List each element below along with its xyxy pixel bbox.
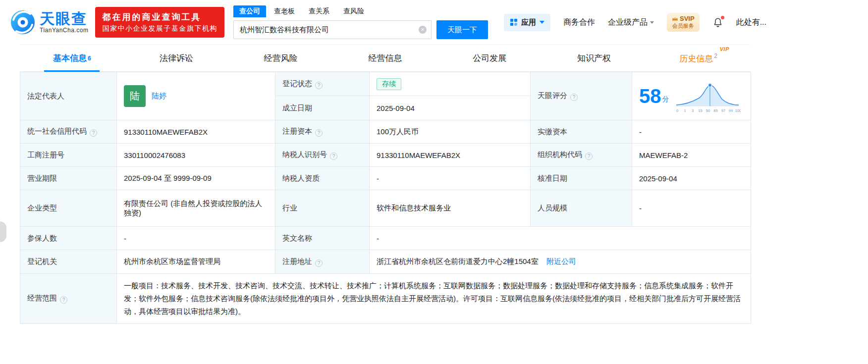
search-input[interactable]: [233, 20, 432, 39]
legal-rep-avatar[interactable]: 陆: [124, 85, 146, 107]
legal-rep-value: 陆 陆婷: [117, 72, 275, 120]
search-button[interactable]: 天眼一下: [436, 20, 488, 39]
svg-text:0: 0: [676, 108, 678, 113]
tab-company-development[interactable]: 公司发展: [437, 45, 542, 71]
insured-value: -: [117, 227, 275, 250]
credit-code-value: 91330110MAEWEFAB2X: [117, 120, 275, 144]
industry-label: 行业: [275, 190, 370, 227]
help-icon[interactable]: ?: [585, 153, 593, 160]
company-type-value: 有限责任公司 (非自然人投资或控股的法人独资): [117, 190, 275, 227]
clear-search-icon[interactable]: ×: [419, 26, 427, 34]
tianyancha-logo[interactable]: 天眼查 TianYanCha.com: [10, 9, 88, 35]
legal-rep-name-link[interactable]: 陆婷: [152, 92, 166, 101]
slogan-line1: 都在用的商业查询工具: [102, 11, 217, 24]
org-code-label-text: 组织机构代码: [538, 150, 582, 158]
svg-text:85: 85: [713, 108, 717, 113]
legal-rep-label: 法定代表人: [20, 72, 117, 120]
reg-authority-value: 杭州市余杭区市场监督管理局: [117, 250, 275, 274]
help-icon[interactable]: ?: [90, 129, 97, 137]
tab-operating-info-label: 经营信息: [369, 52, 402, 64]
tab-operating-risk[interactable]: 经营风险: [228, 45, 333, 71]
tab-legal-proceedings[interactable]: 法律诉讼: [124, 45, 229, 71]
score-value: 58 分 0 1 3 15 50: [632, 72, 751, 120]
score-label-text: 天眼评分: [538, 91, 567, 100]
nav-business-cooperation[interactable]: 商务合作: [563, 17, 595, 28]
slogan-line2: 国家中小企业发展子基金旗下机构: [102, 23, 217, 33]
search-tab-boss[interactable]: 查老板: [268, 5, 301, 17]
address-label: 注册地址?: [275, 250, 370, 274]
brand-slogan: 都在用的商业查询工具 国家中小企业发展子基金旗下机构: [95, 7, 224, 38]
english-name-label-text: 英文名称: [282, 234, 312, 242]
side-panel-handle[interactable]: [0, 221, 6, 242]
tab-operating-info[interactable]: 经营信息: [333, 45, 437, 71]
header-right-nav: 应用 商务合作 企业级产品 SVIP 会员服务 此处有...: [504, 13, 766, 32]
nav-enterprise-products[interactable]: 企业级产品: [608, 17, 654, 28]
help-icon[interactable]: ?: [570, 94, 578, 101]
staff-size-label: 人员规模: [531, 190, 632, 227]
logo-domain: TianYanCha.com: [40, 27, 88, 34]
chevron-down-icon: [650, 21, 654, 24]
help-icon[interactable]: ?: [315, 129, 323, 137]
search-tab-relation[interactable]: 查关系: [303, 5, 335, 17]
taxpayer-id-value: 91330110MAEWEFAB2X: [370, 144, 531, 167]
tab-intellectual-property[interactable]: 知识产权: [542, 45, 647, 71]
tianyancha-logo-icon: [10, 9, 36, 35]
reg-status-value: 存续: [370, 72, 531, 96]
address-label-text: 注册地址: [282, 257, 312, 265]
svg-text:1: 1: [684, 108, 686, 113]
help-icon[interactable]: ?: [315, 82, 323, 89]
crown-icon: [672, 16, 678, 21]
apps-menu-label: 应用: [521, 18, 536, 27]
address-text: 浙江省杭州市余杭区仓前街道爱力中心2幢1504室: [377, 257, 539, 265]
business-scope-label: 经营范围?: [20, 274, 117, 324]
score-number: 58: [639, 86, 661, 106]
reg-status-label-text: 登记状态: [282, 79, 312, 88]
reg-number-value: 330110002476083: [117, 144, 275, 167]
staff-size-label-text: 人员规模: [538, 204, 567, 212]
svg-text:50: 50: [705, 108, 709, 113]
notifications-bell-button[interactable]: [712, 17, 723, 28]
established-value: 2025-09-04: [370, 96, 531, 120]
taxpayer-quality-value: -: [370, 167, 531, 190]
taxpayer-id-label: 纳税人识别号?: [275, 144, 370, 167]
approval-date-label-text: 核准日期: [538, 174, 567, 182]
industry-value: 软件和信息技术服务业: [370, 190, 531, 227]
apps-grid-icon: [510, 18, 518, 26]
score-label: 天眼评分?: [531, 72, 632, 120]
svg-text:15: 15: [698, 108, 702, 113]
tab-basic-info[interactable]: 基本信息6: [20, 45, 124, 71]
company-type-label-text: 企业类型: [27, 204, 57, 212]
insured-label: 参保人数: [20, 227, 117, 250]
search-tab-company[interactable]: 查公司: [233, 5, 266, 17]
english-name-value: -: [370, 227, 751, 250]
tab-history-info-label: 历史信息: [679, 53, 713, 63]
established-label-text: 成立日期: [282, 104, 312, 112]
established-label: 成立日期: [275, 96, 370, 120]
tab-basic-info-label: 基本信息: [53, 52, 87, 64]
svg-text:97: 97: [721, 108, 725, 113]
reg-capital-label-text: 注册资本: [282, 127, 312, 135]
search-tab-risk[interactable]: 查风险: [337, 5, 370, 17]
english-name-label: 英文名称: [275, 227, 370, 250]
taxpayer-id-label-text: 纳税人识别号: [282, 150, 327, 158]
nearby-companies-link[interactable]: 附近公司: [546, 257, 576, 265]
company-basic-info-table: 法定代表人 陆 陆婷 登记状态? 存续 天眼评分? 58 分: [20, 72, 751, 324]
tab-legal-proceedings-label: 法律诉讼: [160, 52, 193, 64]
taxpayer-quality-label-text: 纳税人资质: [282, 174, 320, 182]
business-term-value: 2025-09-04 至 9999-09-09: [117, 167, 275, 190]
search-tabs: 查公司 查老板 查关系 查风险: [233, 5, 488, 17]
user-account-menu[interactable]: 此处有...: [736, 17, 766, 28]
chevron-down-icon: [540, 21, 544, 24]
tab-history-info[interactable]: 历史信息2 VIP: [646, 45, 751, 71]
help-icon[interactable]: ?: [330, 153, 337, 160]
svip-sublabel: 会员服务: [672, 23, 695, 30]
apps-menu-button[interactable]: 应用: [504, 14, 550, 31]
svip-membership-badge[interactable]: SVIP 会员服务: [667, 13, 700, 32]
help-icon[interactable]: ?: [60, 296, 67, 304]
help-icon[interactable]: ?: [315, 260, 323, 267]
business-scope-value: 一般项目：技术服务、技术开发、技术咨询、技术交流、技术转让、技术推广；计算机系统…: [117, 274, 751, 324]
svg-text:99: 99: [728, 108, 732, 113]
tab-company-development-label: 公司发展: [473, 52, 506, 64]
approval-date-value: 2025-09-04: [632, 167, 751, 190]
org-code-value: MAEWEFAB-2: [632, 144, 751, 167]
